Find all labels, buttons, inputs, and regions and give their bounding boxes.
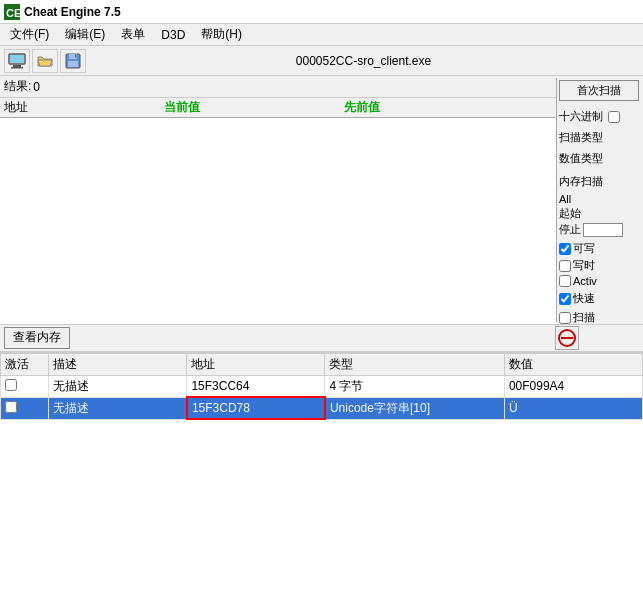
menu-bar: 文件(F) 编辑(E) 表单 D3D 帮助(H)	[0, 24, 643, 46]
hex-checkbox[interactable]	[608, 111, 620, 123]
app-window: CE Cheat Engine 7.5 文件(F) 编辑(E) 表单 D3D 帮…	[0, 0, 643, 600]
col-previous: 先前值	[340, 99, 520, 116]
result-label: 结果:	[4, 78, 31, 95]
row-type-cell: Unicode字符串[10]	[325, 397, 504, 419]
svg-rect-5	[10, 55, 24, 63]
active-label: Activ	[573, 275, 597, 287]
row-value-cell: Ü	[504, 397, 642, 419]
start-label: 起始	[559, 206, 581, 221]
scan-checkbox[interactable]	[559, 312, 571, 324]
bottom-toolbar: 查看内存	[0, 324, 643, 352]
row-address-cell: 15F3CC64	[187, 375, 325, 397]
middle-area: 结果: 0 地址 当前值 先前值 首次扫描 十六进制 扫描类型 数值类型	[0, 76, 643, 324]
fast-scan-checkbox[interactable]	[559, 293, 571, 305]
row-active-checkbox[interactable]	[5, 401, 17, 413]
stop-input[interactable]	[583, 223, 623, 237]
menu-file[interactable]: 文件(F)	[2, 24, 57, 45]
col-address: 地址	[0, 99, 160, 116]
all-label: All	[559, 193, 571, 205]
scan-type-label: 扫描类型	[559, 130, 639, 145]
left-area: 结果: 0 地址 当前值 先前值	[0, 76, 556, 324]
writable-checkbox[interactable]	[559, 243, 571, 255]
menu-form[interactable]: 表单	[113, 24, 153, 45]
memory-scan-label: 内存扫描	[559, 174, 639, 189]
copy-on-write-label: 写时	[573, 258, 595, 273]
app-icon: CE	[4, 4, 20, 20]
table-row[interactable]: 无描述15F3CC644 字节00F099A4	[1, 375, 643, 397]
scan-list	[0, 118, 556, 324]
hex-label: 十六进制	[559, 109, 639, 124]
row-active-cell	[1, 375, 49, 397]
no-entry-icon[interactable]	[555, 326, 579, 350]
row-address-cell: 15F3CD78	[187, 397, 325, 419]
row-active-checkbox[interactable]	[5, 379, 17, 391]
menu-help[interactable]: 帮助(H)	[193, 24, 250, 45]
result-count: 0	[33, 80, 40, 94]
menu-edit[interactable]: 编辑(E)	[57, 24, 113, 45]
writable-label: 可写	[573, 241, 595, 256]
row-description-cell: 无描述	[49, 375, 187, 397]
cheat-table: 激活 描述 地址 类型 数值 无描述15F3CC644 字节00F099A4无描…	[0, 353, 643, 421]
col-value: 数值	[504, 353, 642, 375]
col-current: 当前值	[160, 99, 340, 116]
right-panel: 首次扫描 十六进制 扫描类型 数值类型 内存扫描 All 起始 停止	[556, 78, 641, 322]
svg-rect-4	[11, 67, 23, 69]
active-row: Activ	[559, 275, 639, 287]
copy-on-write-row: 写时	[559, 258, 639, 273]
svg-rect-8	[68, 61, 78, 67]
row-value-cell: 00F099A4	[504, 375, 642, 397]
toolbar: 000052CC-sro_client.exe	[0, 46, 643, 76]
col-addr: 地址	[187, 353, 325, 375]
svg-rect-3	[13, 65, 21, 67]
copy-on-write-checkbox[interactable]	[559, 260, 571, 272]
bottom-table-container: 激活 描述 地址 类型 数值 无描述15F3CC644 字节00F099A4无描…	[0, 352, 643, 601]
process-title: 000052CC-sro_client.exe	[88, 54, 639, 68]
stop-label: 停止	[559, 222, 581, 237]
table-row[interactable]: 无描述15F3CD78Unicode字符串[10]Ü	[1, 397, 643, 419]
writable-row: 可写	[559, 241, 639, 256]
fast-scan-row: 快速	[559, 291, 639, 306]
status-bar: 结果: 0	[0, 76, 556, 98]
open-button[interactable]	[32, 49, 58, 73]
active-checkbox[interactable]	[559, 275, 571, 287]
col-type: 类型	[325, 353, 504, 375]
menu-d3d[interactable]: D3D	[153, 26, 193, 44]
col-active: 激活	[1, 353, 49, 375]
title-bar-text: Cheat Engine 7.5	[24, 5, 121, 19]
value-type-label: 数值类型	[559, 151, 639, 166]
save-button[interactable]	[60, 49, 86, 73]
row-active-cell	[1, 397, 49, 419]
svg-rect-9	[75, 54, 77, 57]
svg-text:CE: CE	[6, 7, 20, 19]
row-description-cell: 无描述	[49, 397, 187, 419]
computer-button[interactable]	[4, 49, 30, 73]
memory-view-button[interactable]: 查看内存	[4, 327, 70, 349]
title-bar: CE Cheat Engine 7.5	[0, 0, 643, 24]
row-type-cell: 4 字节	[325, 375, 504, 397]
first-scan-button[interactable]: 首次扫描	[559, 80, 639, 101]
fast-scan-label: 快速	[573, 291, 595, 306]
column-headers: 地址 当前值 先前值	[0, 98, 556, 118]
col-description: 描述	[49, 353, 187, 375]
